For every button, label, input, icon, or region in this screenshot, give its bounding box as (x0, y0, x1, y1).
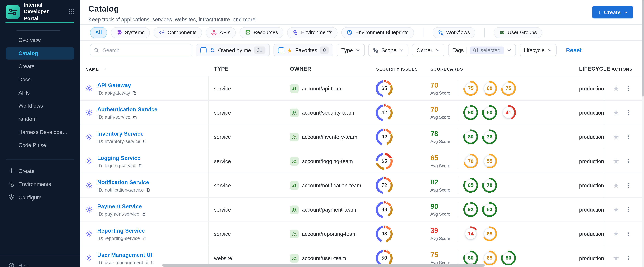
sidebar-item-harness-develope-[interactable]: Harness Develope… (6, 126, 74, 138)
row-menu-kebab-icon[interactable] (626, 231, 631, 236)
scope-dropdown[interactable]: Scope (368, 44, 408, 56)
favorite-star-icon[interactable]: ★ (613, 182, 619, 189)
tab-environment-blueprints[interactable]: Environment Blueprints (342, 27, 414, 38)
row-menu-kebab-icon[interactable] (626, 110, 631, 116)
scorecard-ring[interactable]: 60 (482, 80, 498, 96)
horizontal-scrollbar-thumb[interactable] (162, 264, 484, 267)
owned-by-me-filter[interactable]: Owned by me 21 (196, 44, 270, 56)
favorites-filter[interactable]: ★ Favorites 0 (274, 44, 333, 56)
scorecard-ring[interactable]: 14 (463, 226, 478, 242)
copy-icon[interactable] (146, 188, 150, 192)
owned-by-me-checkbox[interactable] (200, 47, 207, 53)
favorite-star-icon[interactable]: ★ (613, 109, 619, 116)
table-row[interactable]: Logging Service ID: logging-service serv… (80, 149, 644, 174)
sidebar-item-apis[interactable]: APIs (6, 87, 74, 99)
copy-icon[interactable] (142, 236, 146, 240)
scorecard-ring[interactable]: 76 (482, 129, 498, 145)
favorite-star-icon[interactable]: ★ (613, 254, 619, 262)
scorecard-ring[interactable]: 80 (463, 250, 478, 266)
table-row[interactable]: Reporting Service ID: reporting-service … (80, 222, 644, 246)
copy-icon[interactable] (132, 90, 137, 95)
sidebar-item-random[interactable]: random (6, 113, 74, 126)
security-issues-donut[interactable]: 98 (376, 225, 392, 242)
reset-filters-link[interactable]: Reset (566, 47, 582, 54)
entity-name-link[interactable]: User Management UI (97, 252, 152, 258)
sidebar-item-docs[interactable]: Docs (6, 74, 74, 86)
security-issues-donut[interactable]: 92 (376, 128, 392, 145)
tab-environments[interactable]: Environments (287, 27, 338, 38)
scorecard-ring[interactable]: 65 (482, 250, 498, 266)
row-menu-kebab-icon[interactable] (626, 86, 631, 91)
lifecycle-dropdown[interactable]: Lifecycle (519, 44, 556, 56)
table-row[interactable]: Notification Service ID: notification-se… (80, 174, 644, 198)
security-issues-donut[interactable]: 88 (376, 201, 392, 218)
tab-components[interactable]: Components (154, 27, 202, 38)
tab-resources[interactable]: Resources (240, 27, 284, 38)
owner-dropdown[interactable]: Owner (412, 44, 444, 56)
sidebar-item-help[interactable]: Help (8, 262, 30, 267)
create-button[interactable]: + Create (592, 6, 633, 18)
table-row[interactable]: API Gateway ID: api-gateway service acco… (80, 76, 644, 101)
favorite-star-icon[interactable]: ★ (613, 85, 619, 92)
sidebar-item-workflows[interactable]: Workflows (6, 100, 74, 112)
scorecard-ring[interactable]: 65 (482, 226, 498, 242)
entity-name-link[interactable]: Logging Service (97, 155, 140, 161)
security-issues-donut[interactable]: 42 (376, 104, 392, 121)
security-issues-donut[interactable]: 65 (376, 152, 392, 170)
vertical-scrollbar-thumb[interactable] (642, 0, 644, 97)
entity-name-link[interactable]: API Gateway (97, 82, 131, 88)
row-menu-kebab-icon[interactable] (626, 134, 631, 140)
table-row[interactable]: Authentication Service ID: auth-service … (80, 100, 644, 125)
entity-name-link[interactable]: Inventory Service (97, 130, 144, 137)
sidebar-item-create[interactable]: Create (6, 60, 74, 73)
scorecard-ring[interactable]: 80 (463, 129, 478, 145)
entity-name-link[interactable]: Notification Service (97, 179, 149, 185)
sidebar-item-catalog[interactable]: Catalog (6, 47, 74, 60)
favorite-star-icon[interactable]: ★ (613, 133, 619, 140)
tags-dropdown[interactable]: Tags 01 selected (448, 44, 516, 56)
tab-all[interactable]: All (90, 27, 107, 38)
horizontal-scrollbar[interactable] (160, 264, 642, 267)
entity-name-link[interactable]: Reporting Service (97, 228, 145, 234)
app-grid-icon[interactable] (68, 8, 75, 15)
entity-name-link[interactable]: Authentication Service (97, 106, 158, 113)
type-dropdown[interactable]: Type (337, 44, 365, 56)
vertical-scrollbar[interactable] (642, 0, 644, 267)
favorite-star-icon[interactable]: ★ (613, 206, 619, 213)
tab-systems[interactable]: Systems (111, 27, 150, 38)
sidebar-item-code-pulse[interactable]: Code Pulse (6, 139, 74, 152)
row-menu-kebab-icon[interactable] (626, 255, 631, 261)
favorite-star-icon[interactable]: ★ (613, 158, 619, 165)
scorecard-ring[interactable]: 75 (501, 80, 516, 96)
row-menu-kebab-icon[interactable] (626, 207, 631, 212)
security-issues-donut[interactable]: 65 (376, 80, 392, 97)
sidebar-item-environments[interactable]: Environments (6, 178, 74, 190)
scorecard-ring[interactable]: 80 (501, 250, 516, 266)
tab-workflows[interactable]: Workflows (432, 27, 475, 38)
idp-logo-icon[interactable] (6, 5, 20, 18)
copy-icon[interactable] (150, 260, 155, 265)
scorecard-ring[interactable]: 70 (463, 153, 478, 169)
favorites-checkbox[interactable] (278, 47, 284, 53)
scorecard-ring[interactable]: 55 (482, 153, 498, 169)
copy-icon[interactable] (142, 139, 147, 144)
tab-apis[interactable]: APIs (206, 27, 236, 38)
table-row[interactable]: Inventory Service ID: inventory-service … (80, 125, 644, 149)
copy-icon[interactable] (138, 163, 143, 168)
sidebar-item-create[interactable]: Create (6, 165, 74, 177)
row-menu-kebab-icon[interactable] (626, 158, 631, 164)
scorecard-ring[interactable]: 92 (463, 202, 478, 218)
row-menu-kebab-icon[interactable] (626, 182, 631, 188)
scorecard-ring[interactable]: 78 (482, 178, 498, 193)
copy-icon[interactable] (141, 212, 146, 216)
scorecard-ring[interactable]: 41 (501, 105, 516, 120)
table-row[interactable]: Payment Service ID: payment-service serv… (80, 198, 644, 222)
scorecard-ring[interactable]: 90 (463, 105, 478, 120)
scorecard-ring[interactable]: 85 (463, 178, 478, 193)
copy-icon[interactable] (132, 115, 137, 119)
scorecard-ring[interactable]: 75 (463, 80, 478, 96)
sidebar-item-configure[interactable]: Configure (6, 191, 74, 204)
tab-user-groups[interactable]: User Groups (494, 27, 542, 38)
search-input[interactable] (90, 44, 192, 56)
favorite-star-icon[interactable]: ★ (613, 230, 619, 237)
